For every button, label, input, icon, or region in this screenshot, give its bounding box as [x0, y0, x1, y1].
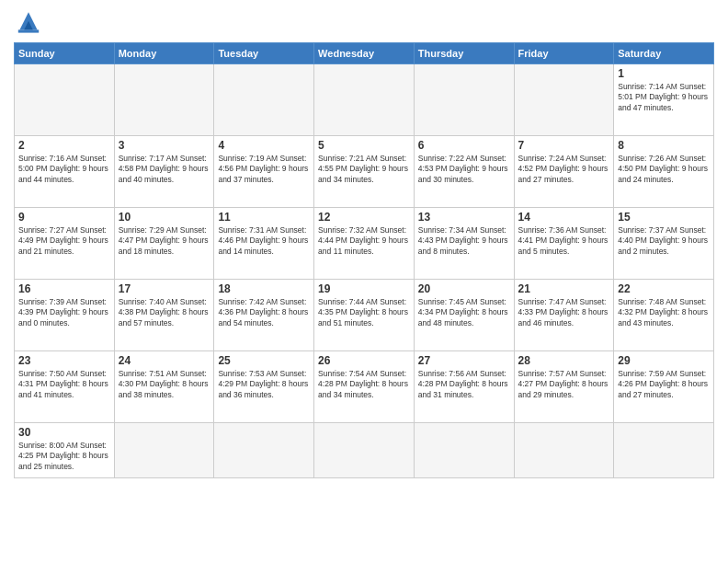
day-info: Sunrise: 7:40 AM Sunset: 4:38 PM Dayligh…: [119, 297, 210, 328]
calendar-cell: 29Sunrise: 7:59 AM Sunset: 4:26 PM Dayli…: [614, 351, 714, 423]
calendar-cell: 6Sunrise: 7:22 AM Sunset: 4:53 PM Daylig…: [414, 136, 514, 208]
day-number: 29: [618, 354, 710, 367]
day-number: 23: [18, 354, 110, 367]
day-info: Sunrise: 7:45 AM Sunset: 4:34 PM Dayligh…: [418, 297, 510, 328]
day-number: 15: [618, 211, 710, 224]
calendar-cell: [414, 64, 514, 136]
svg-rect-2: [18, 29, 39, 32]
logo: [14, 9, 47, 35]
header-saturday: Saturday: [614, 43, 714, 64]
calendar-cell: 14Sunrise: 7:36 AM Sunset: 4:41 PM Dayli…: [514, 208, 614, 280]
calendar-cell: 30Sunrise: 8:00 AM Sunset: 4:25 PM Dayli…: [15, 423, 115, 478]
day-info: Sunrise: 7:42 AM Sunset: 4:36 PM Dayligh…: [218, 297, 310, 328]
calendar-cell: 12Sunrise: 7:32 AM Sunset: 4:44 PM Dayli…: [314, 208, 415, 280]
calendar-table: Sunday Monday Tuesday Wednesday Thursday…: [14, 42, 714, 478]
day-number: 30: [18, 426, 110, 439]
calendar-header: Sunday Monday Tuesday Wednesday Thursday…: [15, 43, 714, 64]
day-info: Sunrise: 7:31 AM Sunset: 4:46 PM Dayligh…: [218, 225, 310, 257]
header-friday: Friday: [514, 43, 614, 64]
calendar-cell: 10Sunrise: 7:29 AM Sunset: 4:47 PM Dayli…: [114, 208, 214, 280]
day-info: Sunrise: 7:19 AM Sunset: 4:56 PM Dayligh…: [218, 154, 310, 185]
day-number: 19: [318, 282, 410, 295]
calendar-cell: [514, 423, 614, 478]
day-info: Sunrise: 7:27 AM Sunset: 4:49 PM Dayligh…: [18, 225, 110, 257]
day-number: 22: [618, 282, 710, 295]
calendar-cell: 1Sunrise: 7:14 AM Sunset: 5:01 PM Daylig…: [614, 64, 714, 136]
day-number: 28: [518, 354, 610, 367]
day-number: 8: [618, 139, 710, 152]
day-number: 9: [18, 211, 110, 224]
day-info: Sunrise: 7:17 AM Sunset: 4:58 PM Dayligh…: [119, 154, 210, 185]
calendar-cell: 7Sunrise: 7:24 AM Sunset: 4:52 PM Daylig…: [514, 136, 614, 208]
calendar-cell: [114, 423, 214, 478]
day-number: 12: [318, 211, 410, 224]
day-info: Sunrise: 7:57 AM Sunset: 4:27 PM Dayligh…: [518, 369, 610, 400]
calendar-cell: 22Sunrise: 7:48 AM Sunset: 4:32 PM Dayli…: [614, 280, 714, 351]
day-number: 27: [418, 354, 510, 367]
calendar-cell: [214, 64, 314, 136]
day-number: 4: [218, 139, 310, 152]
calendar-cell: 27Sunrise: 7:56 AM Sunset: 4:28 PM Dayli…: [414, 351, 514, 423]
calendar-cell: 13Sunrise: 7:34 AM Sunset: 4:43 PM Dayli…: [414, 208, 514, 280]
generalblue-logo-icon: [14, 9, 43, 35]
day-number: 3: [119, 139, 210, 152]
day-info: Sunrise: 7:34 AM Sunset: 4:43 PM Dayligh…: [418, 225, 510, 257]
calendar-cell: [15, 64, 115, 136]
day-number: 17: [119, 282, 210, 295]
day-info: Sunrise: 7:16 AM Sunset: 5:00 PM Dayligh…: [18, 154, 110, 185]
calendar-cell: 18Sunrise: 7:42 AM Sunset: 4:36 PM Dayli…: [214, 280, 314, 351]
calendar-cell: 21Sunrise: 7:47 AM Sunset: 4:33 PM Dayli…: [514, 280, 614, 351]
calendar-cell: 28Sunrise: 7:57 AM Sunset: 4:27 PM Dayli…: [514, 351, 614, 423]
day-number: 6: [418, 139, 510, 152]
calendar-cell: 11Sunrise: 7:31 AM Sunset: 4:46 PM Dayli…: [214, 208, 314, 280]
calendar-cell: 16Sunrise: 7:39 AM Sunset: 4:39 PM Dayli…: [15, 280, 115, 351]
header-sunday: Sunday: [15, 43, 115, 64]
day-info: Sunrise: 7:26 AM Sunset: 4:50 PM Dayligh…: [618, 154, 710, 185]
day-number: 2: [18, 139, 110, 152]
day-info: Sunrise: 7:14 AM Sunset: 5:01 PM Dayligh…: [618, 82, 710, 113]
calendar-cell: [214, 423, 314, 478]
calendar-cell: 5Sunrise: 7:21 AM Sunset: 4:55 PM Daylig…: [314, 136, 415, 208]
calendar-cell: 24Sunrise: 7:51 AM Sunset: 4:30 PM Dayli…: [114, 351, 214, 423]
header-monday: Monday: [114, 43, 214, 64]
day-number: 10: [119, 211, 210, 224]
day-info: Sunrise: 7:44 AM Sunset: 4:35 PM Dayligh…: [318, 297, 410, 328]
calendar-cell: 9Sunrise: 7:27 AM Sunset: 4:49 PM Daylig…: [15, 208, 115, 280]
day-info: Sunrise: 7:36 AM Sunset: 4:41 PM Dayligh…: [518, 225, 610, 257]
calendar-cell: 2Sunrise: 7:16 AM Sunset: 5:00 PM Daylig…: [15, 136, 115, 208]
day-number: 24: [119, 354, 210, 367]
calendar-cell: [114, 64, 214, 136]
calendar-cell: 3Sunrise: 7:17 AM Sunset: 4:58 PM Daylig…: [114, 136, 214, 208]
day-info: Sunrise: 7:47 AM Sunset: 4:33 PM Dayligh…: [518, 297, 610, 328]
header-tuesday: Tuesday: [214, 43, 314, 64]
day-number: 14: [518, 211, 610, 224]
day-info: Sunrise: 7:50 AM Sunset: 4:31 PM Dayligh…: [18, 369, 110, 400]
day-info: Sunrise: 8:00 AM Sunset: 4:25 PM Dayligh…: [18, 441, 110, 472]
day-number: 7: [518, 139, 610, 152]
calendar-cell: 8Sunrise: 7:26 AM Sunset: 4:50 PM Daylig…: [614, 136, 714, 208]
day-number: 18: [218, 282, 310, 295]
day-info: Sunrise: 7:29 AM Sunset: 4:47 PM Dayligh…: [119, 225, 210, 257]
day-info: Sunrise: 7:59 AM Sunset: 4:26 PM Dayligh…: [618, 369, 710, 400]
header-wednesday: Wednesday: [314, 43, 415, 64]
day-number: 1: [618, 67, 710, 80]
weekday-header-row: Sunday Monday Tuesday Wednesday Thursday…: [15, 43, 714, 64]
day-info: Sunrise: 7:21 AM Sunset: 4:55 PM Dayligh…: [318, 154, 410, 185]
day-info: Sunrise: 7:48 AM Sunset: 4:32 PM Dayligh…: [618, 297, 710, 328]
calendar-cell: [514, 64, 614, 136]
day-number: 25: [218, 354, 310, 367]
calendar-cell: 15Sunrise: 7:37 AM Sunset: 4:40 PM Dayli…: [614, 208, 714, 280]
day-number: 16: [18, 282, 110, 295]
calendar-cell: 26Sunrise: 7:54 AM Sunset: 4:28 PM Dayli…: [314, 351, 415, 423]
calendar-cell: 4Sunrise: 7:19 AM Sunset: 4:56 PM Daylig…: [214, 136, 314, 208]
calendar-cell: [314, 64, 415, 136]
day-number: 21: [518, 282, 610, 295]
day-number: 13: [418, 211, 510, 224]
day-info: Sunrise: 7:24 AM Sunset: 4:52 PM Dayligh…: [518, 154, 610, 185]
calendar-cell: 19Sunrise: 7:44 AM Sunset: 4:35 PM Dayli…: [314, 280, 415, 351]
calendar-cell: [614, 423, 714, 478]
day-number: 20: [418, 282, 510, 295]
day-info: Sunrise: 7:53 AM Sunset: 4:29 PM Dayligh…: [218, 369, 310, 400]
day-info: Sunrise: 7:39 AM Sunset: 4:39 PM Dayligh…: [18, 297, 110, 328]
page: Sunday Monday Tuesday Wednesday Thursday…: [0, 0, 728, 563]
